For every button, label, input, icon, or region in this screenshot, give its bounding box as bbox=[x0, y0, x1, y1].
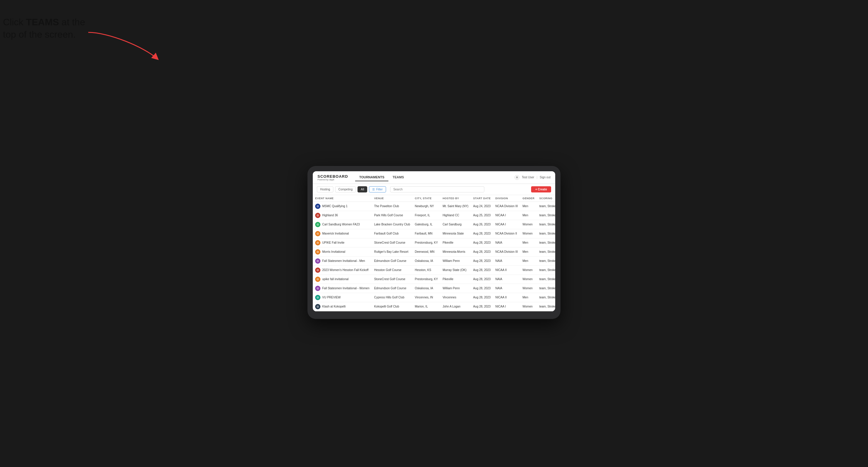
svg-point-4 bbox=[317, 232, 319, 235]
cell-division: NICAA I bbox=[493, 220, 520, 229]
user-name: Test User bbox=[522, 176, 534, 179]
cell-date: Aug 28, 2023 bbox=[471, 302, 493, 311]
cell-host: John A Logan bbox=[440, 302, 471, 311]
cell-division: NAIA bbox=[493, 284, 520, 293]
cell-venue: Cypress Hills Golf Club bbox=[372, 293, 412, 302]
event-name-text: VU PREVIEW bbox=[322, 296, 341, 299]
table-row: Carl Sandburg Women FA23 Lake Bracken Co… bbox=[313, 220, 555, 229]
cell-event-name: upike fall invitational bbox=[313, 275, 372, 284]
cell-venue: Ruttger's Bay Lake Resort bbox=[372, 247, 412, 256]
event-name-text: Fall Statesmen Invitational - Women bbox=[322, 287, 369, 290]
cell-city: Oskaloosa, IA bbox=[412, 256, 440, 266]
col-start-date: START DATE bbox=[471, 195, 493, 202]
event-name-text: Highland 36 bbox=[322, 214, 338, 217]
event-name-text: Carl Sandburg Women FA23 bbox=[322, 223, 360, 226]
col-event-name: EVENT NAME bbox=[313, 195, 372, 202]
cell-city: Faribault, MN bbox=[412, 229, 440, 238]
tab-all[interactable]: All bbox=[358, 186, 367, 192]
cell-city: Prestonsburg, KY bbox=[412, 238, 440, 247]
search-input[interactable] bbox=[390, 186, 484, 192]
cell-host: Murray State (OK) bbox=[440, 266, 471, 275]
cell-city: Vincennes, IN bbox=[412, 293, 440, 302]
cell-event-name: Morris Invitational bbox=[313, 247, 372, 256]
table-row: Maverick Invitational Faribault Golf Clu… bbox=[313, 229, 555, 238]
event-name-text: UPIKE Fall Invite bbox=[322, 241, 345, 244]
tab-hosting[interactable]: Hosting bbox=[317, 186, 333, 192]
cell-date: Aug 28, 2023 bbox=[471, 229, 493, 238]
table-row: Fall Statesmen Invitational - Women Edmu… bbox=[313, 284, 555, 293]
table-row: UPIKE Fall Invite StoneCrest Golf Course… bbox=[313, 238, 555, 247]
cell-scoring: team, Stroke Play bbox=[537, 275, 555, 284]
cell-venue: The Powelton Club bbox=[372, 201, 412, 211]
cell-city: Prestonsburg, KY bbox=[412, 275, 440, 284]
cell-date: Aug 24, 2023 bbox=[471, 201, 493, 211]
cell-scoring: team, Stroke Play bbox=[537, 266, 555, 275]
cell-venue: StoneCrest Golf Course bbox=[372, 275, 412, 284]
col-scoring: SCORING bbox=[537, 195, 555, 202]
team-logo bbox=[315, 240, 320, 245]
cell-event-name: Fall Statesmen Invitational - Women bbox=[313, 284, 372, 293]
cell-gender: Men bbox=[520, 201, 537, 211]
instruction-text: Click TEAMS at thetop of the screen. bbox=[3, 16, 85, 41]
svg-point-1 bbox=[317, 205, 319, 208]
cell-gender: Men bbox=[520, 293, 537, 302]
col-hosted-by: HOSTED BY bbox=[440, 195, 471, 202]
cell-division: NAIA bbox=[493, 238, 520, 247]
table-row: Morris Invitational Ruttger's Bay Lake R… bbox=[313, 247, 555, 256]
cell-date: Aug 26, 2023 bbox=[471, 220, 493, 229]
team-logo bbox=[315, 304, 320, 309]
search-box bbox=[390, 186, 530, 192]
col-gender: GENDER bbox=[520, 195, 537, 202]
sign-out-link[interactable]: Sign out bbox=[539, 176, 551, 179]
cell-date: Aug 28, 2023 bbox=[471, 247, 493, 256]
team-logo bbox=[315, 277, 320, 282]
team-logo bbox=[315, 268, 320, 273]
filter-button[interactable]: ☰ Filter bbox=[369, 186, 386, 192]
arrow-annotation bbox=[85, 29, 162, 66]
svg-point-8 bbox=[317, 269, 319, 271]
settings-icon[interactable]: ⚙ bbox=[515, 175, 519, 180]
cell-scoring: team, Stroke Play bbox=[537, 284, 555, 293]
nav-right: ⚙ Test User | Sign out bbox=[515, 175, 551, 180]
cell-gender: Men bbox=[520, 247, 537, 256]
table-header: EVENT NAME VENUE CITY, STATE HOSTED BY S… bbox=[313, 195, 555, 202]
event-name-text: Fall Statesmen Invitational - Men bbox=[322, 259, 365, 262]
logo-subtitle: Powered by clippit bbox=[317, 179, 348, 181]
table-body: MSMC Qualifying 1 The Powelton Club Newb… bbox=[313, 201, 555, 311]
cell-division: NCAA Division III bbox=[493, 247, 520, 256]
cell-venue: Faribault Golf Club bbox=[372, 229, 412, 238]
cell-host: Pikeville bbox=[440, 238, 471, 247]
cell-city: Hesston, KS bbox=[412, 266, 440, 275]
tablet-screen: SCOREBOARD Powered by clippit TOURNAMENT… bbox=[313, 171, 555, 311]
cell-event-name: 2023 Women's Hesston Fall Kickoff bbox=[313, 266, 372, 275]
team-logo bbox=[315, 231, 320, 236]
cell-venue: Kokopelli Golf Club bbox=[372, 302, 412, 311]
table-row: MSMC Qualifying 1 The Powelton Club Newb… bbox=[313, 201, 555, 211]
tab-competing[interactable]: Competing bbox=[335, 186, 356, 192]
table-row: Highland 36 Park Hills Golf Course Freep… bbox=[313, 211, 555, 220]
cell-division: NICAA I bbox=[493, 302, 520, 311]
cell-event-name: Maverick Invitational bbox=[313, 229, 372, 238]
cell-scoring: team, Stroke Play bbox=[537, 256, 555, 266]
cell-gender: Women bbox=[520, 302, 537, 311]
svg-point-3 bbox=[317, 223, 319, 226]
team-logo bbox=[315, 295, 320, 300]
cell-event-name: Highland 36 bbox=[313, 211, 372, 220]
create-button[interactable]: + Create bbox=[531, 186, 551, 192]
nav-teams[interactable]: TEAMS bbox=[389, 174, 408, 181]
cell-event-name: Fall Statesmen Invitational - Men bbox=[313, 256, 372, 266]
svg-point-12 bbox=[317, 306, 319, 308]
toolbar: Hosting Competing All ☰ Filter + Create bbox=[313, 184, 555, 195]
cell-city: Galesburg, IL bbox=[412, 220, 440, 229]
tournaments-table: EVENT NAME VENUE CITY, STATE HOSTED BY S… bbox=[313, 195, 555, 311]
col-city: CITY, STATE bbox=[412, 195, 440, 202]
cell-gender: Women bbox=[520, 266, 537, 275]
table-row: Fall Statesmen Invitational - Men Edmund… bbox=[313, 256, 555, 266]
cell-event-name: Carl Sandburg Women FA23 bbox=[313, 220, 372, 229]
team-logo bbox=[315, 249, 320, 254]
team-logo bbox=[315, 213, 320, 218]
event-name-text: Klash at Kokopelli bbox=[322, 305, 346, 308]
cell-host: Pikeville bbox=[440, 275, 471, 284]
nav-tournaments[interactable]: TOURNAMENTS bbox=[355, 174, 389, 181]
cell-host: Minnesota State bbox=[440, 229, 471, 238]
